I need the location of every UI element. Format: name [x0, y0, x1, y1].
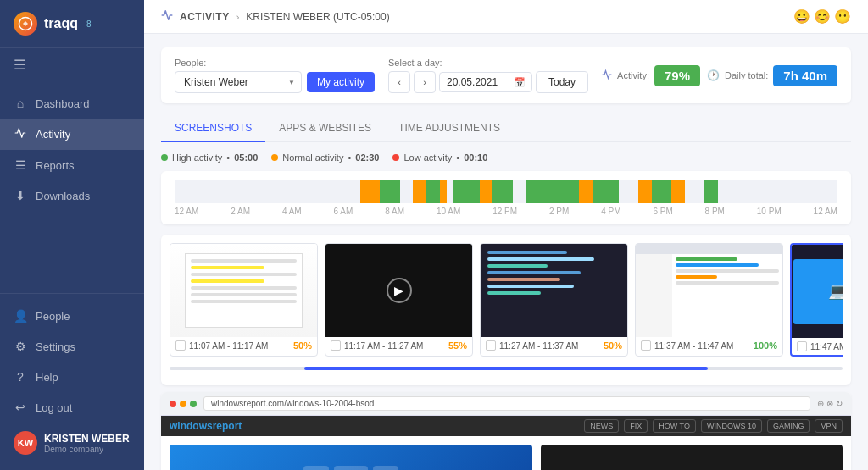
screenshot-card-2[interactable]: ▶ 11:17 AM - 11:27 AM 55% [325, 243, 473, 357]
screenshots-row: 11:07 AM - 11:17 AM 50% ▶ 11:17 AM - 11:… [170, 243, 843, 357]
sidebar-item-activity[interactable]: Activity [0, 119, 144, 150]
app-name: traqq [44, 16, 78, 31]
article-text: 📱 💻 🖥 Many reports have been coming abou… [170, 445, 532, 470]
sidebar-item-settings[interactable]: ⚙ Settings [0, 331, 144, 362]
sidebar-item-reports[interactable]: ☰ Reports [0, 150, 144, 180]
screenshot-thumb-2: ▶ [326, 244, 472, 337]
logo-icon [14, 12, 37, 36]
tabs-row: SCREENSHOTS APPS & WEBSITES TIME ADJUSTM… [161, 115, 851, 142]
timeline-segment-empty-5 [619, 180, 638, 203]
main-panel: ACTIVITY › KRISTEN WEBER (UTC-05:00) 😀 😊… [144, 0, 868, 470]
time-label-12am-end: 12 AM [814, 207, 837, 216]
screenshot-card-1[interactable]: 11:07 AM - 11:17 AM 50% [170, 243, 318, 357]
people-label: People: [175, 58, 375, 68]
sidebar-item-people[interactable]: 👤 People [0, 301, 144, 331]
timeline-segment-orange-5 [579, 180, 593, 203]
sidebar-item-downloads[interactable]: ⬇ Downloads [0, 180, 144, 211]
topbar-emojis: 😀 😊 😐 [793, 8, 851, 25]
nav-news[interactable]: NEWS [584, 419, 619, 433]
sc-checkbox-1[interactable] [175, 340, 186, 351]
reports-icon: ☰ [14, 158, 27, 172]
sidebar-label-reports: Reports [36, 159, 75, 172]
sidebar-item-dashboard[interactable]: ⌂ Dashboard [0, 88, 144, 119]
time-label-12am: 12 AM [175, 207, 198, 216]
screenshot-footer-3: 11:27 AM - 11:37 AM 50% [481, 337, 627, 354]
sc-pct-3: 50% [604, 340, 622, 351]
time-label-2pm: 2 PM [549, 207, 569, 216]
timeline-bar[interactable] [175, 180, 837, 203]
screenshots-container: 11:07 AM - 11:17 AM 50% ▶ 11:17 AM - 11:… [161, 235, 851, 385]
user-name: KRISTEN WEBER [44, 433, 130, 445]
user-info: KRISTEN WEBER Demo company [44, 433, 130, 454]
my-activity-button[interactable]: My activity [307, 72, 375, 92]
tab-time-adjustments[interactable]: TIME ADJUSTMENTS [385, 115, 514, 142]
date-prev-button[interactable]: ‹ [388, 71, 410, 93]
browser-bar-thumb [636, 244, 782, 254]
nav-windows10[interactable]: WINDOWS 10 [701, 419, 762, 433]
hero-device-1: 📱 [303, 466, 329, 470]
sidebar-label-settings: Settings [36, 340, 75, 353]
browser-url-bar[interactable]: windowsreport.com/windows-10-2004-bsod [203, 396, 810, 411]
timeline-segment-green-3 [453, 180, 479, 203]
today-button[interactable]: Today [536, 71, 588, 93]
timeline-segment-empty-3 [447, 180, 453, 203]
sc-time-2: 11:17 AM - 11:27 AM [344, 341, 445, 351]
timeline-segment-empty-4 [513, 180, 526, 203]
sc-checkbox-4[interactable] [641, 340, 651, 351]
screenshot-footer-4: 11:37 AM - 11:47 AM 100% [636, 337, 782, 354]
screenshot-card-3[interactable]: 11:27 AM - 11:37 AM 50% [480, 243, 628, 357]
nav-fix[interactable]: FIX [624, 419, 648, 433]
settings-icon: ⚙ [14, 340, 27, 353]
time-label-4pm: 4 PM [601, 207, 620, 216]
sidebar-nav: ⌂ Dashboard Activity ☰ Reports ⬇ Downloa… [0, 81, 144, 293]
menu-icon[interactable]: ☰ [0, 48, 144, 81]
person-select-wrapper[interactable]: Kristen Weber [175, 71, 302, 93]
clock-icon: 🕐 [707, 69, 720, 81]
legend-normal: Normal activity • 02:30 [271, 152, 379, 163]
nav-gaming[interactable]: GAMING [767, 419, 810, 433]
sc-time-1: 11:07 AM - 11:17 AM [189, 341, 290, 351]
browser-chrome: windowsreport.com/windows-10-2004-bsod ⊕… [161, 392, 851, 416]
keyboard-image [541, 445, 843, 470]
timeline-segment-empty-7 [718, 180, 837, 203]
nav-vpn[interactable]: VPN [815, 419, 843, 433]
screenshot-card-5[interactable]: 💻 [790, 243, 843, 357]
tab-screenshots[interactable]: SCREENSHOTS [161, 115, 265, 142]
daily-total-value: 7h 40m [773, 65, 837, 86]
sidebar-item-logout[interactable]: ↩ Log out [0, 392, 144, 423]
preview-content: windowsreport.com/windows-10-2004-bsod ⊕… [161, 392, 851, 470]
sidebar-label-downloads: Downloads [36, 190, 90, 202]
person-select[interactable]: Kristen Weber [175, 71, 302, 93]
sidebar-label-logout: Log out [36, 401, 72, 414]
nav-howto[interactable]: HOW TO [653, 419, 696, 433]
sc-pct-4: 100% [754, 340, 777, 351]
screenshot-footer-1: 11:07 AM - 11:17 AM 50% [170, 337, 317, 354]
sc-time-5: 11:47 AM - 11:57 AM [810, 342, 843, 351]
tab-apps-websites[interactable]: APPS & WEBSITES [265, 115, 385, 142]
sidebar-bottom: 👤 People ⚙ Settings ? Help ↩ Log out KW … [0, 293, 144, 470]
browser-sidebar-thumb [636, 254, 672, 337]
people-control: People: Kristen Weber My activity [175, 58, 375, 93]
legend-high-value: 05:00 [234, 152, 258, 163]
time-label-10am: 10 AM [437, 207, 460, 216]
activity-stat-icon [602, 69, 612, 82]
content-area: People: Kristen Weber My activity Select… [144, 34, 868, 470]
screenshot-card-4[interactable]: 11:37 AM - 11:47 AM 100% [635, 243, 783, 357]
legend-low-value: 00:10 [464, 152, 487, 163]
sc-checkbox-3[interactable] [486, 340, 496, 351]
preview-body: windowsreport NEWS FIX HOW TO WINDOWS 10… [161, 416, 851, 470]
date-next-button[interactable]: › [414, 71, 436, 93]
site-header: windowsreport NEWS FIX HOW TO WINDOWS 10… [161, 416, 851, 436]
emoji-happy: 😀 [793, 8, 810, 25]
scroll-bar[interactable] [170, 367, 843, 370]
date-input-wrapper: 📅 [439, 72, 532, 92]
timeline-segment-green-6 [593, 180, 619, 203]
topbar-separator: › [236, 12, 240, 22]
sc-checkbox-2[interactable] [331, 340, 341, 351]
legend-low: Low activity • 00:10 [392, 152, 487, 163]
date-input[interactable] [439, 72, 532, 92]
sidebar-label-dashboard: Dashboard [36, 97, 90, 110]
legend-row: High activity • 05:00 Normal activity • … [161, 152, 851, 163]
sc-checkbox-5[interactable] [797, 341, 807, 351]
sidebar-item-help[interactable]: ? Help [0, 362, 144, 392]
